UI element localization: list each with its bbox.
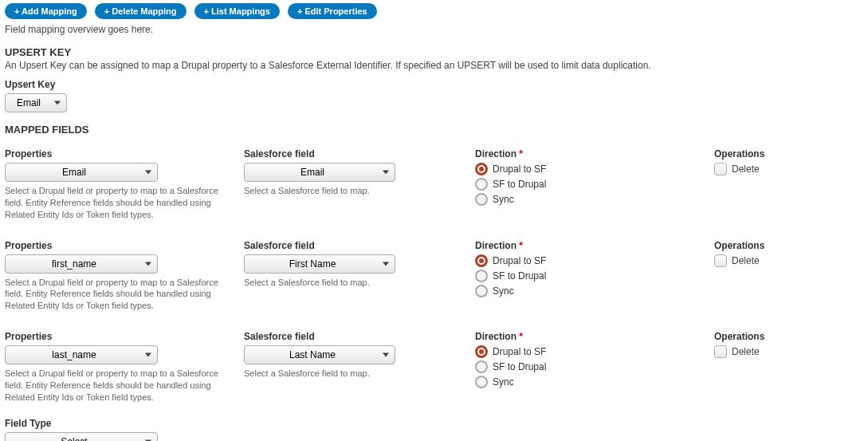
direction-radio-drupal-to-sf[interactable] bbox=[475, 163, 488, 175]
properties-select[interactable]: first_name bbox=[5, 254, 158, 274]
operations-label: Operations bbox=[714, 240, 858, 251]
direction-radio-drupal-to-sf[interactable] bbox=[475, 345, 488, 358]
toolbar: + Add Mapping + Delete Mapping + List Ma… bbox=[5, 3, 863, 19]
direction-option-label: Sync bbox=[493, 285, 514, 297]
properties-help: Select a Drupal field or property to map… bbox=[5, 277, 228, 313]
delete-label: Delete bbox=[732, 346, 760, 357]
salesforce-field-help: Select a Salesforce field to map. bbox=[244, 368, 467, 380]
mapped-fields-heading: MAPPED FIELDS bbox=[5, 124, 863, 136]
delete-mapping-button[interactable]: + Delete Mapping bbox=[95, 3, 187, 19]
salesforce-field-label: Salesforce field bbox=[244, 240, 467, 251]
direction-label: Direction bbox=[475, 331, 706, 342]
field-type-select[interactable]: - Select - bbox=[5, 432, 158, 441]
properties-select[interactable]: last_name bbox=[5, 345, 158, 364]
direction-option-label: Drupal to SF bbox=[493, 255, 546, 266]
operations-label: Operations bbox=[714, 331, 858, 342]
properties-label: Properties bbox=[5, 148, 236, 159]
direction-option-label: SF to Drupal bbox=[493, 361, 546, 372]
properties-select[interactable]: Email bbox=[5, 163, 158, 182]
delete-label: Delete bbox=[732, 255, 760, 266]
overview-text: Field mapping overview goes here. bbox=[5, 24, 863, 35]
delete-checkbox[interactable] bbox=[714, 254, 727, 267]
properties-label: Properties bbox=[5, 331, 236, 342]
direction-option-label: Sync bbox=[493, 376, 514, 388]
direction-label: Direction bbox=[475, 148, 706, 159]
salesforce-field-select[interactable]: First Name bbox=[244, 254, 395, 274]
direction-option-label: Drupal to SF bbox=[493, 346, 546, 357]
salesforce-field-label: Salesforce field bbox=[244, 148, 467, 159]
operations-label: Operations bbox=[714, 148, 858, 159]
list-mappings-button[interactable]: + List Mappings bbox=[194, 3, 280, 19]
field-type-label: Field Type bbox=[5, 418, 863, 429]
upsert-key-description: An Upsert Key can be assigned to map a D… bbox=[5, 60, 863, 71]
direction-option-label: Drupal to SF bbox=[493, 163, 546, 175]
mapping-row: Properties first_name Select a Drupal fi… bbox=[5, 235, 863, 313]
salesforce-field-help: Select a Salesforce field to map. bbox=[244, 185, 467, 197]
delete-checkbox[interactable] bbox=[714, 163, 727, 175]
direction-radio-sync[interactable] bbox=[475, 376, 488, 388]
direction-option-label: SF to Drupal bbox=[493, 179, 546, 190]
salesforce-field-select[interactable]: Email bbox=[244, 163, 395, 182]
properties-help: Select a Drupal field or property to map… bbox=[5, 368, 228, 404]
direction-radio-drupal-to-sf[interactable] bbox=[475, 254, 488, 267]
mapping-row: Properties last_name Select a Drupal fie… bbox=[5, 326, 863, 404]
upsert-key-select[interactable]: Email bbox=[5, 93, 67, 112]
edit-properties-button[interactable]: + Edit Properties bbox=[288, 3, 377, 19]
direction-radio-sync[interactable] bbox=[475, 285, 488, 297]
add-mapping-button[interactable]: + Add Mapping bbox=[5, 3, 87, 19]
direction-radio-sync[interactable] bbox=[475, 193, 488, 206]
upsert-key-heading: UPSERT KEY bbox=[5, 46, 863, 58]
salesforce-field-help: Select a Salesforce field to map. bbox=[244, 277, 467, 289]
properties-help: Select a Drupal field or property to map… bbox=[5, 185, 228, 221]
direction-radio-sf-to-drupal[interactable] bbox=[475, 178, 488, 191]
delete-checkbox[interactable] bbox=[714, 345, 727, 358]
delete-label: Delete bbox=[732, 163, 760, 175]
direction-option-label: SF to Drupal bbox=[493, 270, 546, 282]
upsert-key-label: Upsert Key bbox=[5, 79, 863, 90]
direction-radio-sf-to-drupal[interactable] bbox=[475, 270, 488, 282]
salesforce-field-label: Salesforce field bbox=[244, 331, 467, 342]
direction-option-label: Sync bbox=[493, 194, 514, 205]
direction-label: Direction bbox=[475, 240, 706, 251]
properties-label: Properties bbox=[5, 240, 236, 251]
mapping-row: Properties Email Select a Drupal field o… bbox=[5, 144, 863, 221]
direction-radio-sf-to-drupal[interactable] bbox=[475, 360, 488, 373]
salesforce-field-select[interactable]: Last Name bbox=[244, 345, 395, 364]
